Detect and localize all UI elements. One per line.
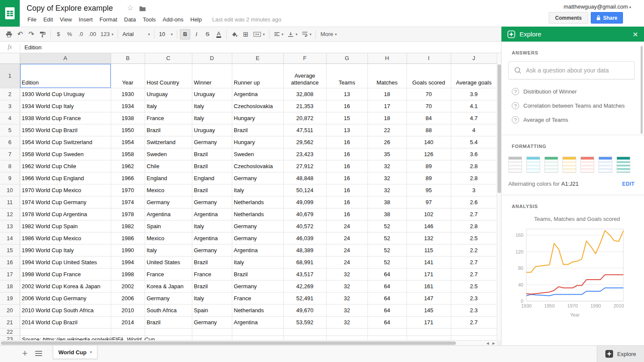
cell[interactable]: Italy (192, 220, 232, 232)
all-sheets-icon[interactable] (35, 351, 42, 357)
cell[interactable]: 1978 World Cup Argentina (20, 208, 111, 220)
borders-button[interactable]: ⊞ (240, 29, 251, 39)
decrease-decimal-button[interactable]: .0 (76, 29, 86, 39)
cell[interactable]: 2010 World Cup South Africa (20, 304, 111, 316)
cell[interactable]: Korea & Japan (145, 280, 192, 292)
explore-suggestion[interactable]: ?Average of Teams (501, 113, 644, 127)
header-cell[interactable]: Matches (368, 63, 407, 88)
horizontal-align-button[interactable]: ▾ (272, 29, 286, 39)
cell[interactable]: 1994 (111, 256, 145, 268)
cell[interactable]: Uruguay (145, 88, 192, 100)
column-header-F[interactable]: F (283, 53, 326, 63)
cell[interactable]: 1982 World Cup Spain (20, 220, 111, 232)
cell[interactable]: 1958 (111, 148, 145, 160)
increase-decimal-button[interactable]: .00 (87, 29, 98, 39)
italic-button[interactable]: I (191, 29, 201, 39)
cell[interactable]: Argentina (192, 208, 232, 220)
cell[interactable]: 1966 (111, 172, 145, 184)
row-header-11[interactable]: 11 (0, 196, 20, 208)
cell[interactable]: Argentina (192, 232, 232, 244)
cell[interactable]: 1954 World Cup Switzerland (20, 136, 111, 148)
cell[interactable]: 2.7 (451, 256, 497, 268)
cell[interactable]: 32 (368, 184, 407, 196)
cell[interactable]: Chile (145, 160, 192, 172)
menu-edit[interactable]: Edit (40, 15, 56, 24)
cell[interactable]: 40,572 (283, 220, 326, 232)
cell[interactable]: 2.8 (451, 172, 497, 184)
cell[interactable]: 48,848 (283, 172, 326, 184)
cell[interactable]: 126 (407, 148, 451, 160)
cell[interactable]: 84 (407, 112, 451, 124)
cell[interactable]: 3 (451, 184, 497, 196)
header-cell[interactable]: Host Country (145, 63, 192, 88)
cell[interactable]: 32,808 (283, 88, 326, 100)
cell[interactable]: 32 (326, 304, 368, 316)
cell[interactable]: 161 (407, 280, 451, 292)
cell[interactable]: Germany (145, 292, 192, 304)
format-currency-button[interactable]: $ (53, 29, 64, 39)
column-header-I[interactable]: I (407, 53, 451, 63)
undo-icon[interactable]: ↶ (15, 29, 25, 39)
cell[interactable]: 88 (407, 124, 451, 136)
cell[interactable]: Italy (232, 256, 283, 268)
cell[interactable]: 38 (368, 208, 407, 220)
cell[interactable]: 29,562 (283, 136, 326, 148)
cell[interactable]: 27,912 (283, 160, 326, 172)
cell[interactable]: 1954 (111, 136, 145, 148)
cell[interactable]: Netherlands (232, 196, 283, 208)
menu-help[interactable]: Help (187, 15, 205, 24)
row-header-16[interactable]: 16 (0, 256, 20, 268)
row-header-3[interactable]: 3 (0, 100, 20, 112)
cell[interactable]: 97 (407, 196, 451, 208)
cell[interactable]: Czechoslovakia (232, 100, 283, 112)
row-header-2[interactable]: 2 (0, 88, 20, 100)
header-cell[interactable]: Runner up (232, 63, 283, 88)
row-header-7[interactable]: 7 (0, 148, 20, 160)
cell[interactable]: 16 (326, 136, 368, 148)
cell[interactable]: 1950 (111, 124, 145, 136)
cell[interactable]: 2.6 (451, 196, 497, 208)
cell[interactable]: 1994 World Cup United States (20, 256, 111, 268)
cell[interactable]: 2014 World Cup Brazil (20, 316, 111, 328)
cell[interactable] (407, 328, 451, 335)
cell[interactable]: 1974 (111, 196, 145, 208)
row-header-15[interactable]: 15 (0, 244, 20, 256)
cell[interactable]: 24 (326, 244, 368, 256)
cell[interactable]: Uruguay (192, 124, 232, 136)
format-percent-button[interactable]: % (64, 29, 75, 39)
close-icon[interactable]: × (633, 30, 638, 39)
cell[interactable]: Italy (145, 100, 192, 112)
cell[interactable]: Italy (145, 244, 192, 256)
cell[interactable]: Sweden (145, 148, 192, 160)
cell[interactable]: Germany (232, 172, 283, 184)
cell[interactable]: 42,269 (283, 280, 326, 292)
cell[interactable]: Italy (192, 100, 232, 112)
cell[interactable]: Italy (192, 112, 232, 124)
cell[interactable]: 16 (326, 160, 368, 172)
menu-format[interactable]: Format (96, 15, 121, 24)
cell[interactable]: Germany (232, 280, 283, 292)
cell[interactable]: 48,389 (283, 244, 326, 256)
cell[interactable]: Brazil (192, 160, 232, 172)
alt-color-swatch-yellow[interactable] (562, 157, 576, 173)
menu-data[interactable]: Data (121, 15, 139, 24)
panel-scrollbar-thumb[interactable] (641, 46, 643, 134)
cell[interactable]: 18 (368, 88, 407, 100)
row-header-14[interactable]: 14 (0, 232, 20, 244)
cell[interactable]: 64 (368, 292, 407, 304)
cell[interactable]: France (192, 268, 232, 280)
cell[interactable]: 16 (326, 184, 368, 196)
cell[interactable]: 2.5 (451, 232, 497, 244)
cell[interactable]: 16 (326, 148, 368, 160)
cell[interactable] (368, 335, 407, 340)
cell[interactable] (192, 335, 232, 340)
cell[interactable]: 24 (326, 256, 368, 268)
cell[interactable]: 24 (326, 220, 368, 232)
cell[interactable]: 1998 (111, 268, 145, 280)
row-header-1[interactable]: 1 (0, 63, 20, 88)
cell[interactable]: 46,039 (283, 232, 326, 244)
cell[interactable]: 70 (407, 100, 451, 112)
cell[interactable]: 64 (368, 280, 407, 292)
cell[interactable]: 47,511 (283, 124, 326, 136)
cell[interactable]: 1990 (111, 244, 145, 256)
